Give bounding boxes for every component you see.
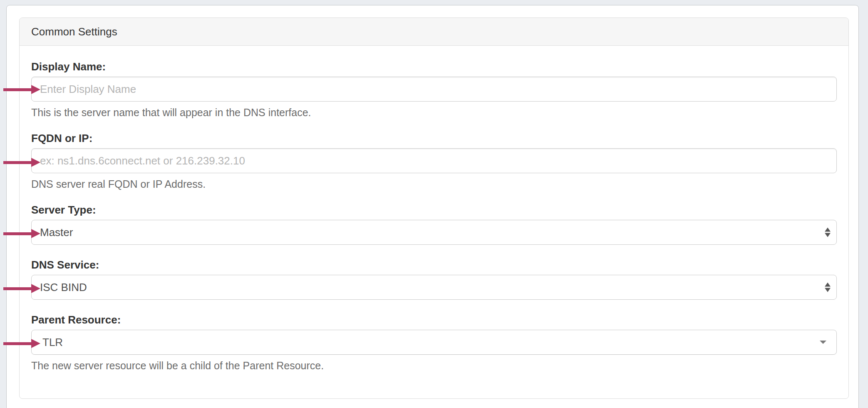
display-name-help-text: This is the server name that will appear…	[31, 107, 837, 118]
server-type-select[interactable]: Master	[31, 220, 837, 245]
content-card: Common Settings Display Name: This is th…	[6, 5, 859, 408]
dns-service-select[interactable]: ISC BIND	[31, 275, 837, 300]
common-settings-panel: Common Settings Display Name: This is th…	[19, 17, 849, 399]
panel-body: Display Name: This is the server name th…	[20, 46, 848, 371]
select-updown-icon	[825, 228, 831, 237]
fqdn-ip-input[interactable]	[31, 148, 837, 173]
server-type-selected-value: Master	[40, 226, 73, 239]
server-type-label: Server Type:	[31, 204, 837, 216]
dns-service-field-group: DNS Service: ISC BIND	[31, 259, 837, 300]
fqdn-ip-help-text: DNS server real FQDN or IP Address.	[31, 178, 837, 190]
fqdn-ip-label: FQDN or IP:	[31, 132, 837, 144]
dns-service-label: DNS Service:	[31, 259, 837, 271]
display-name-label: Display Name:	[31, 61, 837, 72]
parent-resource-help-text: The new server resource will be a child …	[31, 360, 837, 371]
chevron-down-icon	[820, 341, 826, 344]
panel-header: Common Settings	[20, 18, 848, 46]
select-updown-icon	[825, 283, 831, 292]
display-name-field-group: Display Name: This is the server name th…	[31, 61, 837, 118]
server-type-field-group: Server Type: Master	[31, 204, 837, 245]
fqdn-ip-field-group: FQDN or IP: DNS server real FQDN or IP A…	[31, 132, 837, 190]
parent-resource-selected-value: TLR	[42, 336, 63, 349]
parent-resource-field-group: Parent Resource: TLR The new server reso…	[31, 314, 837, 371]
parent-resource-label: Parent Resource:	[31, 314, 837, 326]
parent-resource-dropdown[interactable]: TLR	[31, 330, 837, 355]
display-name-input[interactable]	[31, 77, 837, 102]
dns-service-selected-value: ISC BIND	[40, 281, 87, 294]
panel-title: Common Settings	[31, 25, 117, 38]
